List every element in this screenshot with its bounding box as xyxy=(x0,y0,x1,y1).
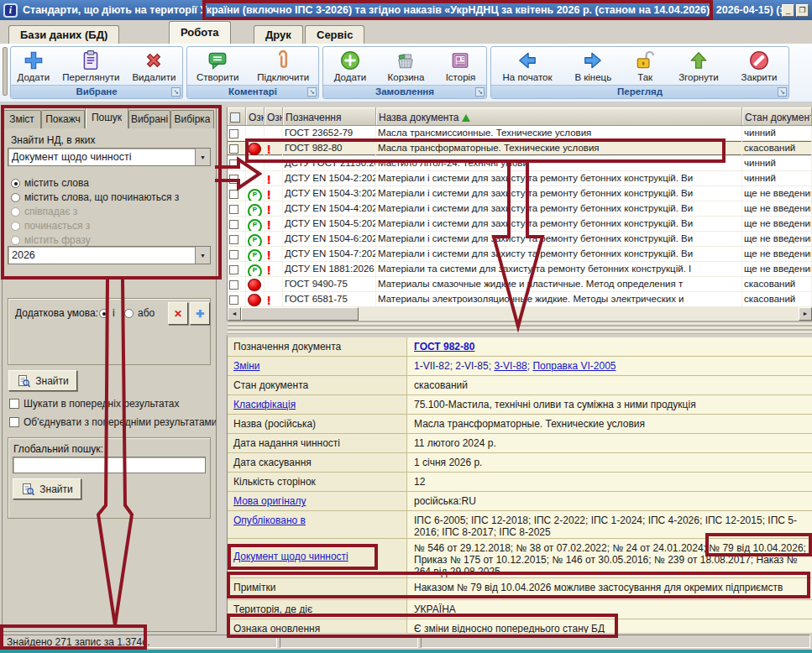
table-row[interactable]: ГОСТ 982-80 Масла трансформаторные. Техн… xyxy=(228,141,812,156)
button-label: Закрити xyxy=(741,72,778,82)
header-mark1[interactable]: Озн xyxy=(246,107,265,125)
go-first-button[interactable]: На початок xyxy=(499,49,555,83)
scrollbar-thumb[interactable] xyxy=(241,307,359,321)
header-mark2[interactable]: Озн xyxy=(265,107,283,125)
table-row[interactable]: ДСТУ EN 1504-4:2026 (EN Матеріали і сист… xyxy=(228,201,812,217)
table-row[interactable]: ГОСТ 9490-75 Материалы смазочные жидкие … xyxy=(228,277,812,292)
dialog-launcher-icon[interactable]: ↘ xyxy=(307,87,317,97)
dialog-launcher-icon[interactable]: ↘ xyxy=(475,87,485,97)
table-row[interactable]: ДСТУ ГОСТ 21150:2019 (Г Мастило Літол-24… xyxy=(228,156,812,171)
name-cell: Мастило Літол-24. Технічні умови xyxy=(376,156,742,170)
detail-value: 1 січня 2026 р. xyxy=(407,453,812,472)
row-checkbox[interactable] xyxy=(228,156,246,170)
table-row[interactable]: ДСТУ EN 1504-5:2026 (EN Матеріали і сист… xyxy=(228,217,812,232)
scroll-right-icon[interactable]: ► xyxy=(799,307,812,321)
sidebar-tab-selection[interactable]: Вибірка xyxy=(170,110,214,128)
sidebar-tab-search[interactable]: Пошук xyxy=(85,107,128,128)
yes-button[interactable]: Так xyxy=(631,49,659,83)
row-checkbox[interactable] xyxy=(228,232,246,246)
find-button[interactable]: Знайти xyxy=(8,370,77,391)
row-checkbox[interactable] xyxy=(228,262,246,276)
sidebar: Зміст Покажч Пошук Вибрані Вибірка Знайт… xyxy=(2,106,217,632)
table-row[interactable]: ДСТУ EN 1504-2:2026 (EN Матеріали і сист… xyxy=(228,171,812,186)
clipboard-icon xyxy=(80,50,102,71)
table-row[interactable]: ГОСТ 23652-79 Масла трансмиссионные. Тех… xyxy=(228,126,812,141)
year-combobox[interactable]: 2026 ▼ xyxy=(8,246,211,264)
tab-databases[interactable]: Бази даних (БД) xyxy=(8,25,119,44)
row-checkbox[interactable] xyxy=(228,217,246,231)
order-history-button[interactable]: Історія xyxy=(443,49,479,83)
header-name[interactable]: Назва документа xyxy=(376,107,742,125)
table-row[interactable]: ДСТУ EN 1504-7:2026 (EN Матеріали і сист… xyxy=(228,247,812,262)
change-link[interactable]: Поправка VI-2005 xyxy=(532,360,616,372)
chevron-down-icon[interactable]: ▼ xyxy=(195,247,210,264)
row-checkbox[interactable] xyxy=(228,247,246,261)
row-checkbox[interactable] xyxy=(228,186,246,201)
comment-attach-button[interactable]: Підключити xyxy=(254,49,312,83)
row-checkbox[interactable] xyxy=(228,171,246,185)
table-row[interactable]: ДСТУ EN 1504-6:2026 (EN Матеріали і сист… xyxy=(228,232,812,247)
radio-starts-with-words[interactable]: містить слова, що починаються з xyxy=(11,191,179,203)
favorites-delete-button[interactable]: Видалити xyxy=(128,49,179,83)
extra-condition-group: Додаткова умова: і або ✕ ✚ xyxy=(8,298,211,365)
table-body: ГОСТ 23652-79 Масла трансмиссионные. Тех… xyxy=(228,126,812,307)
comment-create-button[interactable]: Створити xyxy=(193,49,242,83)
favorites-add-button[interactable]: Додати xyxy=(14,49,54,83)
header-select-all[interactable] xyxy=(228,107,246,125)
designation-cell: ДСТУ EN 1504-4:2026 (EN xyxy=(283,201,376,216)
radio-or[interactable]: або xyxy=(124,307,155,319)
remove-x-icon: ✕ xyxy=(174,308,182,320)
add-condition-button[interactable]: ✚ xyxy=(190,302,210,325)
dialog-launcher-icon[interactable]: ↘ xyxy=(778,87,787,97)
chevron-down-icon[interactable]: ▼ xyxy=(195,149,210,165)
order-add-button[interactable]: Додати xyxy=(331,49,370,83)
row-checkbox[interactable] xyxy=(228,141,246,155)
global-find-button[interactable]: Знайти xyxy=(13,478,81,499)
language-link[interactable]: Мова оригіналу xyxy=(233,495,306,507)
global-search-input[interactable] xyxy=(13,457,206,473)
table-row[interactable]: ГОСТ 6581-75 Материалы электроизоляционн… xyxy=(228,292,812,307)
minimize-button[interactable]: _ xyxy=(782,4,794,17)
row-checkbox[interactable] xyxy=(228,126,246,140)
state-icon-cell xyxy=(246,292,265,306)
header-state[interactable]: Стан документа xyxy=(742,107,812,125)
row-checkbox[interactable] xyxy=(228,292,246,306)
state-cell: ще не введений xyxy=(742,232,812,246)
name-cell: Матеріали і системи для захисту та ремон… xyxy=(376,186,742,201)
classification-link[interactable]: Класифікація xyxy=(233,399,296,410)
radio-contains-words[interactable]: містить слова xyxy=(11,177,89,189)
search-field-combobox[interactable]: Документ щодо чинності ▼ xyxy=(8,148,211,166)
table-row[interactable]: ДСТУ EN 1881:2026 (EN 18 Матеріали та си… xyxy=(228,262,812,277)
maximize-button[interactable]: ❐ xyxy=(796,4,809,17)
favorites-view-button[interactable]: Переглянути xyxy=(59,49,123,83)
header-designation[interactable]: Позначення xyxy=(283,107,376,125)
sidebar-tab-index[interactable]: Покажч xyxy=(41,110,85,128)
dialog-launcher-icon[interactable]: ↘ xyxy=(171,87,181,97)
close-button[interactable]: Закрити xyxy=(738,49,781,83)
go-last-button[interactable]: В кінець xyxy=(571,49,615,83)
tab-work[interactable]: Робота xyxy=(169,21,231,44)
tab-service[interactable]: Сервіс xyxy=(305,25,364,44)
sidebar-tab-contents[interactable]: Зміст xyxy=(3,110,41,128)
detail-value: скасований xyxy=(407,376,812,394)
changes-link[interactable]: Зміни xyxy=(233,360,260,372)
collapse-button[interactable]: Згорнути xyxy=(675,49,721,83)
checkbox-search-previous[interactable]: Шукати в попередніх результатах xyxy=(9,398,216,410)
sidebar-tab-selected[interactable]: Вибрані xyxy=(128,110,170,128)
table-row[interactable]: ДСТУ EN 1504-3:2026 (EN Матеріали і сист… xyxy=(228,186,812,201)
tab-print[interactable]: Друк xyxy=(254,25,303,44)
radio-and[interactable]: і xyxy=(99,307,115,319)
unlock-icon xyxy=(634,50,656,71)
document-link[interactable]: ГОСТ 982-80 xyxy=(414,341,474,353)
scroll-left-icon[interactable]: ◄ xyxy=(228,307,241,321)
checkbox-merge-previous[interactable]: Об'єднувати з попередніми результатами xyxy=(9,416,216,428)
remove-condition-button[interactable]: ✕ xyxy=(168,302,188,325)
panel-splitter[interactable] xyxy=(228,321,812,334)
row-checkbox[interactable] xyxy=(228,201,246,216)
change-icon-cell xyxy=(265,171,283,185)
change-link[interactable]: 3-VI-88 xyxy=(494,360,526,372)
validity-document-link[interactable]: Документ щодо чинності xyxy=(233,551,348,562)
order-basket-button[interactable]: Корзина xyxy=(385,49,428,83)
published-link[interactable]: Опубліковано в xyxy=(233,515,306,526)
row-checkbox[interactable] xyxy=(228,277,246,291)
